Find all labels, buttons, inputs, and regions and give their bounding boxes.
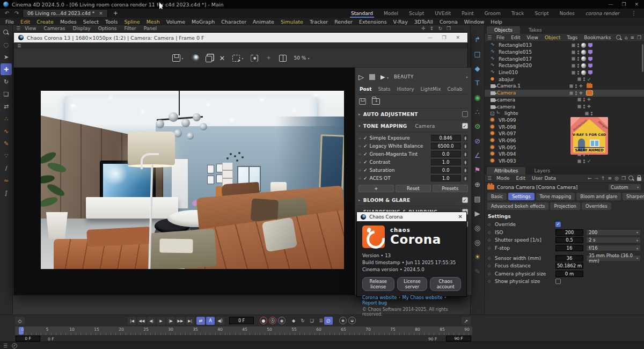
param-checkbox[interactable]: ✓	[363, 143, 368, 149]
key-position-icon[interactable]: ◆	[290, 317, 297, 324]
attribute-value-field[interactable]: 50.1862 m	[555, 263, 583, 269]
minimize-button[interactable]: —	[608, 2, 613, 7]
attribute-dropdown[interactable]: 35 mm Photo (36.0 mm) ▾	[586, 255, 641, 261]
param-value-field[interactable]: 6500.0	[431, 143, 461, 149]
object-row[interactable]: Rectangle020	[485, 62, 644, 69]
layer-chip-icon[interactable]	[577, 159, 581, 163]
objects-menu-item[interactable]: Object	[542, 35, 563, 40]
move-tool[interactable]: ✚	[1, 63, 12, 75]
auto-adjustment-checkbox[interactable]	[462, 111, 468, 117]
save-post-icon[interactable]	[359, 98, 366, 105]
material-tag-icon[interactable]	[581, 50, 586, 55]
tone-mapping-checkbox[interactable]: ✓	[462, 123, 468, 129]
rectangle-spline-icon[interactable]: □	[471, 47, 484, 60]
about-dialog-titlebar[interactable]: Chaos Corona ✕	[357, 212, 466, 221]
stepper-control[interactable]: ▲▼	[463, 135, 468, 141]
objects-menu-item[interactable]: Edit	[508, 35, 523, 40]
param-checkbox[interactable]: ✓	[363, 135, 368, 141]
up-icon[interactable]: ↑	[601, 176, 605, 181]
object-name[interactable]: Rectangle020	[499, 63, 532, 68]
objects-menu-item[interactable]: Tags	[564, 35, 580, 40]
layer-chip-icon[interactable]	[577, 105, 581, 108]
preset-select[interactable]: Custom ▾	[608, 184, 641, 191]
drag-handle-icon[interactable]: ≡	[358, 144, 361, 148]
material-tag-icon[interactable]	[581, 63, 586, 68]
layer-chip-icon[interactable]	[572, 50, 575, 54]
keyframe-diamond-icon[interactable]: ◇	[488, 256, 492, 260]
keyframe-diamond-icon[interactable]: ◇	[488, 246, 492, 250]
about-action-button[interactable]: License server	[397, 277, 428, 291]
bloom-glare-checkbox[interactable]: ✓	[462, 197, 468, 203]
menu-item[interactable]: 3DToAll	[411, 19, 436, 25]
stepper-control[interactable]: ▲▼	[463, 167, 468, 173]
objects-menu-item[interactable]: View	[524, 35, 541, 40]
camera-crosshair-icon[interactable]: ✛	[579, 84, 584, 89]
panel-tab[interactable]: Attributes	[487, 167, 525, 174]
layer-chip-icon[interactable]	[585, 112, 589, 115]
menu-item[interactable]: Corona	[436, 19, 461, 25]
coord-transfer-tool[interactable]: ⇄	[1, 100, 12, 112]
menu-item[interactable]: Create	[33, 19, 57, 25]
lock-icon[interactable]	[637, 177, 641, 181]
checkbox-unchecked[interactable]	[555, 279, 561, 284]
viewport-burger-icon[interactable]: ☰	[16, 26, 20, 31]
constraint-flags-icon[interactable]: ⚑	[471, 163, 484, 176]
layer-chip-icon[interactable]	[569, 91, 573, 95]
attribute-value-field[interactable]: 36	[555, 255, 583, 261]
capsule-b-button[interactable]: ◒	[348, 317, 356, 324]
object-row[interactable]: Rectangle013	[485, 42, 644, 49]
freehand-spline-tool[interactable]: ∫	[1, 187, 12, 199]
stepper-control[interactable]: ▲▼	[463, 175, 468, 181]
menu-item[interactable]: Volume	[163, 19, 188, 25]
purple-tag-icon[interactable]	[588, 57, 592, 61]
attribute-tab[interactable]: Advanced bokeh effects	[487, 202, 548, 210]
menu-item[interactable]: Tools	[102, 19, 121, 25]
next-frame-button[interactable]: |▶	[166, 317, 175, 325]
object-row[interactable]: camera ✛	[485, 103, 644, 110]
purple-tag-icon[interactable]	[588, 43, 592, 47]
panel-tab[interactable]: Objects	[487, 26, 520, 34]
render-pass-select[interactable]: BEAUTY	[394, 74, 414, 79]
marker-toggle[interactable]: A	[206, 317, 215, 325]
range-start-field[interactable]: 0 F	[16, 336, 40, 341]
home-icon[interactable]: ⌂	[625, 35, 628, 40]
filter-icon[interactable]: ≡	[608, 176, 612, 181]
param-value-field[interactable]: 0.0	[431, 167, 461, 173]
corona-website-link[interactable]: Corona website	[362, 295, 397, 300]
filter-icon[interactable]: ≡	[630, 35, 634, 40]
workspace-menu-icon[interactable]: ⋮	[627, 10, 641, 16]
vfb-focus-button[interactable]	[251, 55, 258, 62]
rotate-tool[interactable]: ↻	[1, 76, 12, 88]
close-tab-icon[interactable]: ✕	[99, 11, 103, 16]
menu-item[interactable]: Modes	[57, 19, 80, 25]
expand-arrow-icon[interactable]: ▸	[358, 198, 361, 202]
tone-mapping-button[interactable]: Presets	[433, 185, 468, 192]
vfb-minimize-button[interactable]: —	[427, 35, 432, 40]
object-row[interactable]: Rectangle015	[485, 49, 644, 56]
object-name[interactable]: VR-094	[499, 151, 516, 157]
layer-chip-icon[interactable]	[577, 77, 581, 81]
menu-item[interactable]: Render	[331, 19, 356, 25]
drag-handle-icon[interactable]: ≡	[358, 176, 361, 180]
workspace-tab[interactable]: Model	[378, 10, 404, 17]
chevron-down-icon[interactable]: ▾	[182, 56, 184, 60]
attribute-tab[interactable]: Bloom and glare	[576, 193, 621, 200]
workspace-tab[interactable]: Track	[506, 10, 530, 17]
workspace-tab[interactable]: Paint	[456, 10, 479, 17]
material-tag-icon[interactable]	[581, 56, 586, 61]
chevron-down-icon[interactable]: ▾	[466, 75, 468, 79]
layer-chip-icon[interactable]	[572, 71, 575, 75]
menu-item[interactable]: Help	[487, 19, 506, 25]
keyframe-button[interactable]: ◇	[15, 317, 25, 325]
layer-chip-icon[interactable]	[572, 57, 575, 61]
visibility-dots-icon[interactable]	[577, 71, 579, 75]
about-action-button[interactable]: Chaos account	[430, 277, 461, 291]
dolly-view-icon[interactable]: ↕	[430, 26, 434, 31]
spline-arc-tool[interactable]: ≈	[1, 174, 12, 186]
attribute-tab[interactable]: Projection	[550, 202, 580, 210]
menu-item[interactable]: File	[2, 19, 17, 25]
param-value-field[interactable]: 1.0	[431, 175, 461, 181]
viewport-menu-item[interactable]: Cameras	[40, 26, 68, 31]
popout-icon[interactable]: ❐	[637, 35, 641, 40]
deformer-icon[interactable]: ⊘	[471, 134, 484, 147]
